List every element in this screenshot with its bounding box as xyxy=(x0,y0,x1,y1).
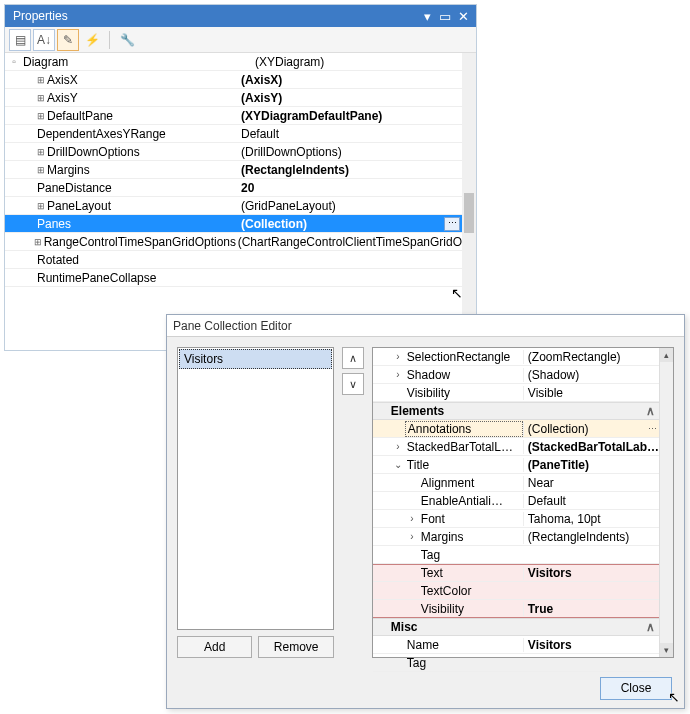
property-name: DependentAxesYRange xyxy=(23,127,237,141)
chevron-down-icon[interactable]: ⌄ xyxy=(391,459,405,470)
add-button[interactable]: Add xyxy=(177,636,252,658)
editor-title-text: Pane Collection Editor xyxy=(173,319,292,333)
property-pages-icon[interactable]: ✎ xyxy=(57,29,79,51)
property-name: ⊞ DefaultPane xyxy=(23,109,237,123)
pane-collection-editor: Pane Collection Editor Visitors Add Remo… xyxy=(166,314,685,709)
move-down-button[interactable]: ∨ xyxy=(342,373,364,395)
properties-titlebar[interactable]: Properties ▾ ▭ ✕ xyxy=(5,5,476,27)
events-icon[interactable]: ⚡ xyxy=(81,29,103,51)
chevron-up-icon: ∧ xyxy=(646,404,655,418)
property-name: ⊞ Margins xyxy=(23,163,237,177)
move-up-button[interactable]: ∧ xyxy=(342,347,364,369)
property-value[interactable]: Default xyxy=(237,127,462,141)
table-row[interactable]: ›Margins(RectangleIndents) xyxy=(373,528,659,546)
table-row[interactable]: ⊞ PaneLayout(GridPaneLayout) xyxy=(5,197,462,215)
chevron-up-icon: ∧ xyxy=(646,620,655,634)
table-row[interactable]: NameVisitors xyxy=(373,636,659,654)
expand-icon[interactable]: ⊞ xyxy=(37,75,45,85)
table-row[interactable]: ›SelectionRectangle(ZoomRectangle) xyxy=(373,348,659,366)
collapse-icon[interactable]: ▫ xyxy=(5,56,23,67)
expand-icon[interactable]: ⊞ xyxy=(37,165,45,175)
table-row[interactable]: TextVisitors xyxy=(373,564,659,582)
close-icon[interactable]: ✕ xyxy=(454,7,472,25)
table-row[interactable]: VisibilityTrue xyxy=(373,600,659,618)
categorized-icon[interactable]: ▤ xyxy=(9,29,31,51)
property-name: ⊞ DrillDownOptions xyxy=(23,145,237,159)
property-name: ⊞ AxisY xyxy=(23,91,237,105)
panes-listbox[interactable]: Visitors xyxy=(177,347,334,630)
chevron-right-icon[interactable]: › xyxy=(391,351,405,362)
property-value[interactable]: 20 xyxy=(237,181,462,195)
category-elements[interactable]: Elements∧ xyxy=(373,402,659,420)
table-row[interactable]: RuntimePaneCollapse xyxy=(5,269,462,287)
property-value[interactable]: (GridPaneLayout) xyxy=(237,199,462,213)
ellipsis-icon[interactable]: ⋯ xyxy=(648,424,657,434)
list-item[interactable]: Visitors xyxy=(179,349,332,369)
property-value[interactable]: (ChartRangeControlClientTimeSpanGridO xyxy=(234,235,462,249)
table-row[interactable]: ⊞ DefaultPane(XYDiagramDefaultPane) xyxy=(5,107,462,125)
chevron-right-icon[interactable]: › xyxy=(391,369,405,380)
table-row[interactable]: ⊞ Margins(RectangleIndents) xyxy=(5,161,462,179)
table-row[interactable]: Rotated xyxy=(5,251,462,269)
property-name: Diagram xyxy=(23,55,251,69)
editor-titlebar[interactable]: Pane Collection Editor xyxy=(167,315,684,337)
wrench-icon[interactable]: 🔧 xyxy=(116,29,138,51)
table-row[interactable]: ⊞ AxisY(AxisY) xyxy=(5,89,462,107)
table-row[interactable]: Annotations(Collection)⋯ xyxy=(373,420,659,438)
expand-icon[interactable]: ⊞ xyxy=(34,237,42,247)
expand-icon[interactable]: ⊞ xyxy=(37,147,45,157)
property-value[interactable]: (Collection) xyxy=(237,217,444,231)
property-value[interactable]: (RectangleIndents) xyxy=(237,163,462,177)
properties-title-text: Properties xyxy=(9,9,418,23)
table-row[interactable]: PaneDistance20 xyxy=(5,179,462,197)
category-misc[interactable]: Misc∧ xyxy=(373,618,659,636)
maximize-icon[interactable]: ▭ xyxy=(436,7,454,25)
scrollbar[interactable] xyxy=(462,53,476,350)
table-row[interactable]: AlignmentNear xyxy=(373,474,659,492)
property-name: ⊞ RangeControlTimeSpanGridOptions xyxy=(20,235,234,249)
chevron-right-icon[interactable]: › xyxy=(391,441,405,452)
table-row[interactable]: Tag xyxy=(373,546,659,564)
property-name: Panes xyxy=(23,217,237,231)
chevron-right-icon[interactable]: › xyxy=(405,513,419,524)
property-value[interactable]: (AxisX) xyxy=(237,73,462,87)
expand-icon[interactable]: ⊞ xyxy=(37,93,45,103)
table-row[interactable]: EnableAntiali…Default xyxy=(373,492,659,510)
table-row[interactable]: TextColor xyxy=(373,582,659,600)
ellipsis-button[interactable]: ⋯ xyxy=(444,217,460,231)
table-row[interactable]: ⌄Title(PaneTitle) xyxy=(373,456,659,474)
property-value[interactable]: (XYDiagramDefaultPane) xyxy=(237,109,462,123)
table-row[interactable]: ›Shadow(Shadow) xyxy=(373,366,659,384)
property-name: PaneDistance xyxy=(23,181,237,195)
property-value[interactable]: (DrillDownOptions) xyxy=(237,145,462,159)
table-row[interactable]: ›StackedBarTotalL…(StackedBarTotalLab… xyxy=(373,438,659,456)
table-row[interactable]: DependentAxesYRangeDefault xyxy=(5,125,462,143)
property-value[interactable]: (XYDiagram) xyxy=(251,55,462,69)
scrollbar[interactable]: ▴ ▾ xyxy=(659,348,673,657)
scroll-down-icon[interactable]: ▾ xyxy=(660,643,673,657)
property-value[interactable]: (AxisY) xyxy=(237,91,462,105)
property-name: Rotated xyxy=(23,253,237,267)
table-row[interactable]: ⊞ RangeControlTimeSpanGridOptions(ChartR… xyxy=(5,233,462,251)
table-row[interactable]: ⊞ DrillDownOptions(DrillDownOptions) xyxy=(5,143,462,161)
scroll-up-icon[interactable]: ▴ xyxy=(660,348,673,362)
expand-icon[interactable]: ⊞ xyxy=(37,201,45,211)
properties-panel: Properties ▾ ▭ ✕ ▤ A↓ ✎ ⚡ 🔧 ▫Diagram(XYD… xyxy=(4,4,477,351)
table-row[interactable]: ▫Diagram(XYDiagram) xyxy=(5,53,462,71)
properties-grid: ▫Diagram(XYDiagram)⊞ AxisX(AxisX)⊞ AxisY… xyxy=(5,53,476,350)
close-button[interactable]: Close xyxy=(600,677,672,700)
table-row[interactable]: ›FontTahoma, 10pt xyxy=(373,510,659,528)
property-name: ⊞ AxisX xyxy=(23,73,237,87)
property-grid: ›SelectionRectangle(ZoomRectangle) ›Shad… xyxy=(372,347,674,658)
table-row[interactable]: VisibilityVisible xyxy=(373,384,659,402)
property-name: ⊞ PaneLayout xyxy=(23,199,237,213)
dropdown-icon[interactable]: ▾ xyxy=(418,7,436,25)
table-row[interactable]: Panes(Collection)⋯ xyxy=(5,215,462,233)
property-name: RuntimePaneCollapse xyxy=(23,271,237,285)
properties-toolbar: ▤ A↓ ✎ ⚡ 🔧 xyxy=(5,27,476,53)
table-row[interactable]: ⊞ AxisX(AxisX) xyxy=(5,71,462,89)
remove-button[interactable]: Remove xyxy=(258,636,333,658)
chevron-right-icon[interactable]: › xyxy=(405,531,419,542)
alphabetical-icon[interactable]: A↓ xyxy=(33,29,55,51)
expand-icon[interactable]: ⊞ xyxy=(37,111,45,121)
